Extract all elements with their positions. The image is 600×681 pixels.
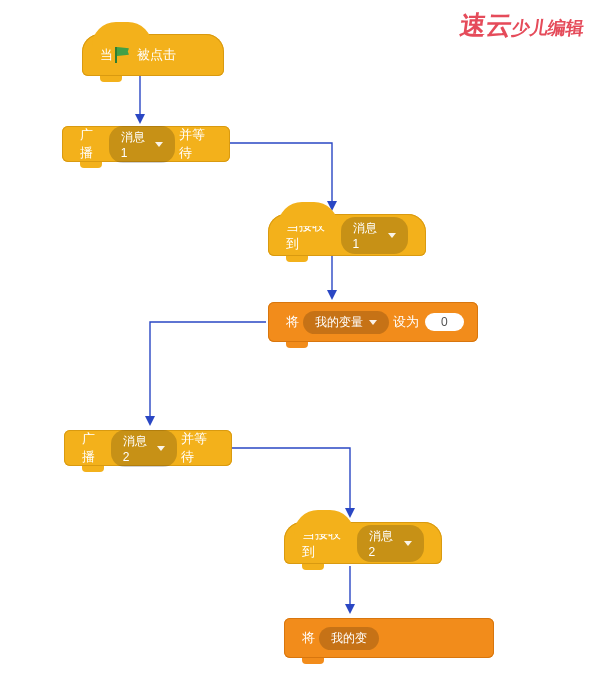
label-suffix: 被点击 <box>137 46 176 64</box>
label-prefix: 当 <box>100 46 113 64</box>
label-prefix: 将 <box>286 313 299 331</box>
block-when-receive-1[interactable]: 当接收到 消息1 <box>268 214 426 256</box>
logo-main: 速云 <box>458 11 514 40</box>
block-when-flag-clicked[interactable]: 当 被点击 <box>82 34 224 76</box>
label-prefix: 当接收到 <box>302 525 353 561</box>
block-broadcast-wait-2[interactable]: 广播 消息2 并等待 <box>64 430 232 466</box>
svg-marker-3 <box>145 416 155 426</box>
dropdown-variable[interactable]: 我的变 <box>319 627 379 650</box>
block-when-receive-2[interactable]: 当接收到 消息2 <box>284 522 442 564</box>
diagram-canvas: 速云少儿编辑 当 被点击 广播 消息1 并等待 当接收到 消息1 <box>0 0 600 681</box>
input-value[interactable]: 0 <box>425 313 464 331</box>
dropdown-variable[interactable]: 我的变量 <box>303 311 389 334</box>
block-broadcast-wait-1[interactable]: 广播 消息1 并等待 <box>62 126 230 162</box>
label-prefix: 当接收到 <box>286 217 337 253</box>
chevron-down-icon <box>388 233 396 238</box>
green-flag-icon <box>113 46 131 64</box>
label-suffix: 并等待 <box>179 126 216 162</box>
dropdown-message[interactable]: 消息1 <box>109 126 175 163</box>
label-suffix: 并等待 <box>181 430 218 466</box>
label-prefix: 广播 <box>80 126 105 162</box>
chevron-down-icon <box>369 320 377 325</box>
brand-logo: 速云少儿编辑 <box>458 8 587 43</box>
chevron-down-icon <box>404 541 412 546</box>
chevron-down-icon <box>157 446 165 451</box>
label-prefix: 广播 <box>82 430 107 466</box>
chevron-down-icon <box>155 142 163 147</box>
dropdown-message[interactable]: 消息2 <box>357 525 424 562</box>
logo-sub: 少儿编辑 <box>510 18 585 38</box>
block-set-variable-2[interactable]: 将 我的变 <box>284 618 494 658</box>
dropdown-message[interactable]: 消息2 <box>111 430 177 467</box>
label-prefix: 将 <box>302 629 315 647</box>
label-mid: 设为 <box>393 313 419 331</box>
block-set-variable-1[interactable]: 将 我的变量 设为 0 <box>268 302 478 342</box>
dropdown-message[interactable]: 消息1 <box>341 217 408 254</box>
svg-marker-5 <box>345 604 355 614</box>
svg-marker-0 <box>135 114 145 124</box>
svg-marker-2 <box>327 290 337 300</box>
